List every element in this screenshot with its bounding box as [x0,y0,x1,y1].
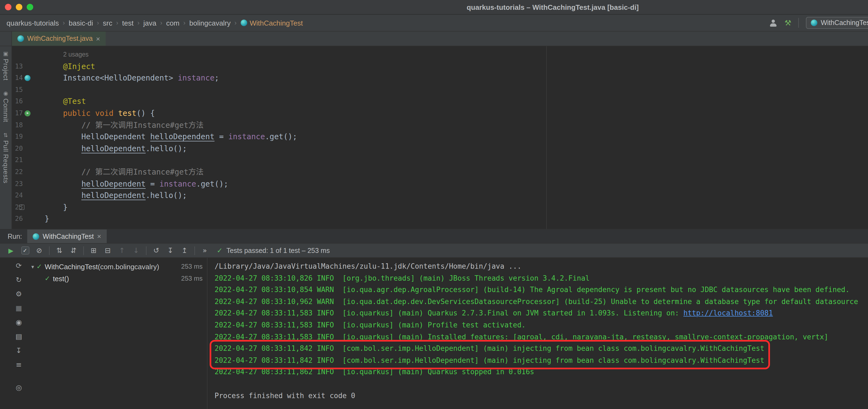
show-passed-icon[interactable]: ✓ [19,244,32,257]
test-passed-icon: ✓ [45,275,50,282]
editor-line: 21 [12,155,868,166]
expand-all-icon[interactable]: ⊞ [87,244,100,257]
rerun-icon[interactable]: ⟳ [14,261,23,270]
editor-tab-label: WithCachingTest.java [27,35,93,42]
console-link[interactable]: http://localhost:8081 [683,309,773,317]
chevron-down-icon[interactable]: ▾ [29,264,36,270]
settings-icon[interactable]: ⚙ [14,289,23,299]
pull-requests-icon: ⇅ [4,132,8,138]
inject-gutter-icon[interactable] [25,75,30,81]
gutter-cell [23,108,32,120]
breadcrumb-item[interactable]: WithCachingTest [240,19,303,27]
editor-line: 26} [12,213,868,225]
breadcrumb-item[interactable]: src [103,19,113,27]
console-side-toolbar: ⟳↻⚙■◉▤↧≡◎ [0,258,26,409]
line-number: 15 [12,84,23,96]
run-configuration-selector[interactable]: WithCachingTest [806,17,868,29]
editor-line: 17 public void test() { [12,108,868,120]
test-passed-icon: ✓ [36,263,42,270]
line-number: 23 [12,178,23,190]
tool-stripe-item-pull-requests[interactable]: ⇅Pull Requests [2,132,9,183]
breadcrumb-item[interactable]: bolingcavalry [189,19,230,27]
pin-icon[interactable]: ◎ [14,383,23,392]
console-line: 2022-04-27 08:33:11,842 INFO [com.bol.se… [208,354,868,366]
breadcrumb-separator-icon: › [183,19,185,27]
test-node-package: (com.bolingcavalry) [98,263,159,271]
build-project-icon[interactable]: ⚒ [784,19,791,27]
close-run-tab-icon[interactable]: × [97,232,101,240]
titlebar: quarkus-tutorials – WithCachingTest.java… [0,0,868,15]
close-tab-icon[interactable]: × [96,35,100,43]
fold-marker-icon[interactable] [19,204,25,210]
more-options-icon[interactable]: » [198,244,211,257]
code-text: } [32,213,49,225]
window-controls [0,4,33,10]
gutter-cell [23,131,32,143]
restore-layout-icon[interactable]: ▤ [14,332,23,341]
code-editor[interactable]: 2 usages13 @Inject14 Instance<HelloDepen… [12,46,868,229]
test-node-name: test() [53,274,69,282]
line-number: 26 [12,213,23,225]
run-tab-withcachingtest[interactable]: WithCachingTest × [28,230,107,243]
console-line: 2022-04-27 08:33:11,842 INFO [com.bol.se… [208,343,868,354]
editor-line: 2 usages [12,49,868,61]
editor-line: 16 @Test [12,96,868,108]
breadcrumb-item[interactable]: basic-di [69,19,93,27]
commit-icon: ◉ [3,90,8,96]
breadcrumb-item[interactable]: java [143,19,156,27]
rerun-tests-icon[interactable]: ▶ [4,244,18,257]
run-test-gutter-icon[interactable] [25,110,30,116]
console-output[interactable]: /Library/Java/JavaVirtualMachines/zulu-1… [207,258,868,409]
line-number: 20 [12,143,23,155]
console-line [208,378,868,390]
toolbar-divider [194,246,195,255]
breadcrumb-separator-icon: › [235,19,237,27]
breadcrumb-item[interactable]: quarkus-tutorials [6,19,59,27]
maximize-window-icon[interactable] [27,4,33,10]
tool-stripe-item-project[interactable]: ▣Project [2,50,9,80]
editor-line: 20 helloDependent.hello(); [12,143,868,155]
collapse-all-icon[interactable]: ⊟ [101,244,114,257]
sort-by-duration-icon[interactable]: ⇵ [67,244,80,257]
stop-icon[interactable]: ■ [14,304,23,313]
next-failed-test-icon[interactable]: ↓ [130,244,143,257]
breadcrumb-item[interactable]: test [122,19,134,27]
editor-tab-withcachingtest[interactable]: WithCachingTest.java × [12,32,106,46]
breadcrumb-item-label: WithCachingTest [250,19,303,27]
breadcrumb-separator-icon: › [137,19,140,27]
test-tree-row[interactable]: ✓test()253 ms [26,272,207,284]
gutter-cell [23,202,32,213]
import-test-results-icon[interactable]: ↧ [164,244,177,257]
editor-line: 25 } [12,202,868,213]
breadcrumb-separator-icon: › [97,19,99,27]
export-test-results-icon[interactable]: ↥ [178,244,191,257]
line-number: 18 [12,120,23,131]
scroll-to-end-icon[interactable]: ↧ [14,346,23,355]
previous-failed-test-icon[interactable]: ↑ [116,244,128,257]
gutter-cell [23,155,32,166]
test-runner-toolbar: ▶✓⊘⇅⇵⊞⊟↑↓↺↧↥»✓Tests passed: 1 of 1 test … [0,244,868,258]
toolbar-divider [49,246,50,255]
run-panel-content: ⟳↻⚙■◉▤↧≡◎ ▾✓WithCachingTest (com.bolingc… [0,258,868,409]
test-history-icon[interactable]: ↺ [150,244,163,257]
test-tree-row[interactable]: ▾✓WithCachingTest (com.bolingcavalry)253… [26,261,207,272]
thread-dump-icon[interactable]: ◉ [14,318,23,327]
show-ignored-icon[interactable]: ⊘ [33,244,46,257]
line-number: 14 [12,72,23,84]
tests-passed-text: Tests passed: 1 of 1 test – 253 ms [226,247,330,254]
sort-alphabetically-icon[interactable]: ⇅ [53,244,66,257]
close-window-icon[interactable] [5,4,11,10]
editor-line: 22 // 第二次调用Instance#get方法 [12,166,868,178]
minimize-window-icon[interactable] [16,4,22,10]
editor-line: 23 helloDependent = instance.get(); [12,178,868,190]
options-menu-icon[interactable]: ≡ [14,360,23,369]
line-number: 16 [12,96,23,108]
gutter-cell [23,96,32,108]
rerun-failed-icon[interactable]: ↻ [14,275,23,284]
breadcrumb-item[interactable]: com [166,19,179,27]
tool-stripe-item-commit[interactable]: ◉Commit [2,90,9,122]
gutter-cell [23,84,32,96]
code-text: public void test() { [32,108,155,120]
user-account-icon[interactable] [769,19,777,27]
line-number: 19 [12,131,23,143]
